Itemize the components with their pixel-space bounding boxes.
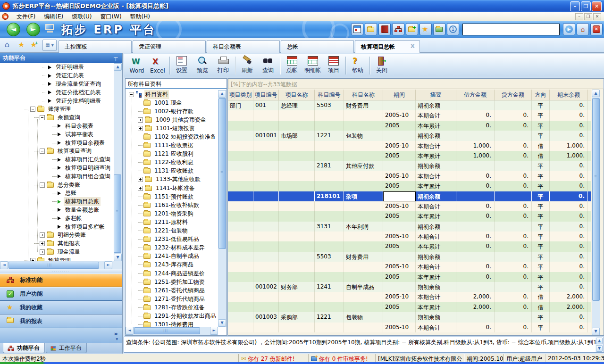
expand-icon[interactable] — [138, 117, 143, 123]
toolbar-button-项目[interactable]: 项目 — [323, 55, 344, 76]
pin-icon[interactable]: ⊤ — [113, 54, 119, 61]
account-tree-item[interactable]: 1231-低值易耗品 — [126, 235, 218, 244]
grid-cell[interactable]: 期初余额 — [416, 252, 456, 262]
grid-cell[interactable] — [344, 292, 383, 302]
sidebar-tree-item[interactable]: 总分类账 — [0, 181, 113, 189]
grid-cell[interactable] — [228, 121, 253, 131]
grid-cell[interactable] — [253, 262, 279, 272]
sidebar-group-我的收藏[interactable]: ★我的收藏 — [0, 301, 122, 314]
grid-cell[interactable] — [383, 312, 416, 322]
sidebar-group-用户功能[interactable]: ✓用户功能 — [0, 287, 122, 301]
grid-row[interactable]: 2005-10本期合计2,000.0.借2,000. — [228, 292, 591, 302]
sidebar-tree-item[interactable]: 凭证分批档明细表 — [0, 97, 113, 105]
grid-cell[interactable] — [228, 151, 253, 161]
grid-cell[interactable] — [456, 100, 495, 110]
grid-cell[interactable] — [279, 141, 315, 151]
star-badge-icon[interactable]: ★ — [419, 23, 432, 35]
grid-cell[interactable]: 借 — [532, 302, 550, 312]
grid-cell[interactable]: 0. — [495, 121, 532, 131]
grid-cell[interactable]: 0. — [550, 282, 588, 292]
minimize-button[interactable]: – — [570, 1, 580, 11]
windows-taskbar-sliver[interactable] — [0, 362, 604, 364]
mdi-close-button[interactable]: ✕ — [593, 13, 601, 20]
menu-item[interactable]: 编辑(E) — [40, 12, 67, 21]
grid-cell[interactable]: 0. — [550, 161, 588, 171]
sidebar-tree-item[interactable]: 核算项目多栏帐 — [0, 223, 113, 231]
grid-cell[interactable] — [344, 171, 383, 181]
account-tree-item[interactable]: 1101-短期投资 — [126, 124, 218, 132]
grid-cell[interactable]: 平 — [532, 262, 550, 272]
sidebar-horizontal-scrollbar[interactable]: ◄ ||| ► — [0, 261, 112, 269]
grid-cell[interactable]: 平 — [532, 323, 550, 332]
grid-cell[interactable]: 市场部 — [279, 131, 315, 141]
grid-cell[interactable]: 1241 — [315, 282, 344, 292]
expand-icon[interactable] — [138, 126, 143, 131]
grid-cell[interactable]: 0. — [550, 312, 588, 322]
column-header-摘要[interactable]: 摘要 — [416, 90, 456, 100]
expand-icon[interactable] — [40, 232, 45, 238]
grid-cell[interactable]: 平 — [532, 161, 550, 171]
grid-cell[interactable]: 0. — [495, 171, 532, 181]
grid-cell[interactable]: 0. — [495, 241, 532, 251]
column-header-科目名称[interactable]: 科目名称 — [344, 90, 383, 100]
grid-cell[interactable]: 0. — [550, 131, 588, 141]
accounts-horizontal-scrollbar[interactable]: ◄ ||| ► — [126, 327, 218, 335]
grid-cell[interactable]: 0. — [550, 272, 588, 282]
grid-cell[interactable] — [228, 171, 253, 181]
grid-cell[interactable] — [228, 262, 253, 272]
grid-cell[interactable]: 2005-10 — [383, 323, 416, 332]
computer-icon[interactable] — [45, 24, 55, 34]
grid-cell[interactable] — [344, 211, 383, 221]
grid-cell[interactable] — [344, 141, 383, 151]
grid-cell[interactable]: 平 — [532, 121, 550, 131]
column-header-项目名称[interactable]: 项目名称 — [279, 90, 315, 100]
grid-cell[interactable]: 本年累计 — [416, 121, 456, 131]
grid-row[interactable]: 2005-10本期合计1,000.0.借1,000. — [228, 141, 591, 151]
sidebar-tree-item[interactable]: 核算项目组合查询 — [0, 172, 113, 181]
grid-cell[interactable]: 平 — [532, 272, 550, 282]
grid-cell[interactable]: 0. — [456, 110, 495, 120]
grid-cell[interactable] — [279, 121, 315, 131]
grid-cell[interactable] — [228, 282, 253, 292]
collapse-icon[interactable] — [40, 115, 45, 120]
grid-cell[interactable] — [279, 211, 315, 221]
grid-row[interactable]: 2005-10本期合计0.0.平0. — [228, 171, 591, 181]
grid-cell[interactable]: 2005 — [383, 302, 416, 312]
grid-cell[interactable]: 0. — [456, 211, 495, 221]
account-tree-item[interactable]: 1122-应收利息 — [126, 158, 218, 167]
grid-cell[interactable]: 001 — [253, 100, 279, 110]
grid-cell[interactable]: 本期合计 — [416, 292, 456, 302]
grid-cell[interactable] — [456, 252, 495, 262]
grid-cell[interactable]: 平 — [532, 282, 550, 292]
grid-cell[interactable] — [383, 131, 416, 141]
grid-cell[interactable] — [315, 232, 344, 241]
column-header-项目类别[interactable]: 项目类别 — [228, 90, 253, 100]
grid-cell[interactable] — [456, 191, 495, 201]
grid-cell[interactable]: 本期合计 — [416, 171, 456, 181]
grid-cell[interactable] — [315, 151, 344, 161]
grid-cell[interactable]: 平 — [532, 181, 550, 191]
grid-cell[interactable] — [315, 211, 344, 221]
grid-cell[interactable] — [253, 141, 279, 151]
tab-close-icon[interactable]: X — [411, 43, 415, 50]
tab-凭证管理[interactable]: 凭证管理 — [133, 40, 206, 53]
grid-cell[interactable] — [253, 241, 279, 251]
sidebar-tree-item[interactable]: 核算项目余额表 — [0, 139, 113, 147]
grid-cell[interactable] — [228, 201, 253, 211]
grid-cell[interactable] — [315, 171, 344, 181]
grid-cell[interactable]: 2005 — [383, 241, 416, 251]
grid-cell[interactable]: 1221 — [315, 312, 344, 322]
account-tree-item[interactable]: 1291-分期收款发出商品 — [126, 312, 218, 320]
grid-row[interactable]: 2005-10本期合计0.0.平0. — [228, 323, 591, 332]
grid-cell[interactable] — [495, 312, 532, 322]
grid-cell[interactable]: 期初余额 — [416, 161, 456, 171]
grid-cell[interactable] — [228, 131, 253, 141]
home-button[interactable]: ⌂ — [577, 23, 589, 35]
grid-cell[interactable] — [315, 262, 344, 272]
grid-cell[interactable] — [253, 191, 279, 201]
grid-cell[interactable] — [383, 222, 416, 232]
grid-cell[interactable] — [344, 241, 383, 251]
grid-cell[interactable] — [253, 171, 279, 181]
grid-cell[interactable]: 2005-10 — [383, 110, 416, 120]
grid-cell[interactable]: 部门 — [228, 100, 253, 110]
